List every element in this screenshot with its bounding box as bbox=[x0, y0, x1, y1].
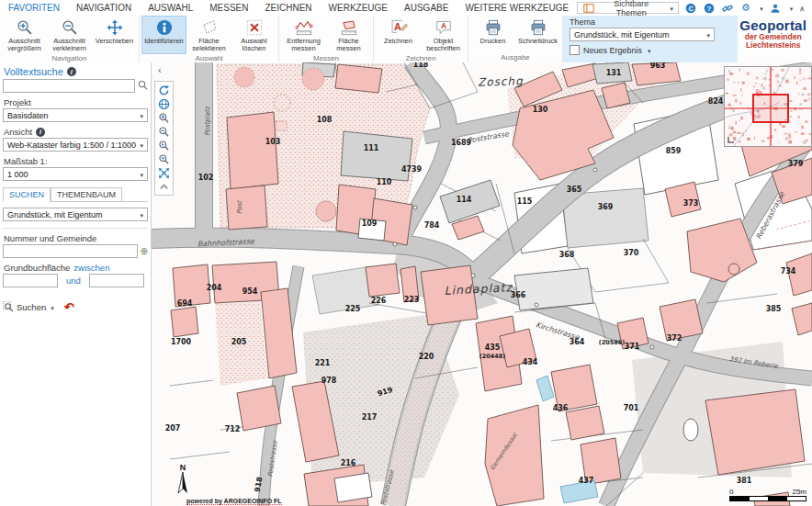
projekt-select[interactable]: Basisdaten bbox=[3, 108, 148, 122]
thema-select[interactable]: Grundstück, mit Eigentum bbox=[570, 28, 715, 41]
parcel-label: 370 bbox=[624, 249, 639, 257]
ribbon-button-label: beschriften bbox=[426, 45, 460, 52]
overview-minimap[interactable] bbox=[724, 66, 812, 147]
street-label: Postplatz bbox=[204, 106, 211, 136]
map-canvas[interactable]: ZoschgLindaplatzBahnhofstrassePostplatzP… bbox=[152, 62, 812, 506]
chevron-down-icon[interactable] bbox=[646, 46, 651, 55]
print-icon bbox=[484, 18, 502, 37]
user-icon[interactable] bbox=[770, 2, 782, 14]
parcel-label: 109 bbox=[362, 219, 378, 228]
tab-werkzeuge[interactable]: WERKZEUGE bbox=[321, 1, 396, 15]
globe-icon[interactable] bbox=[157, 97, 171, 110]
massstab-combobox[interactable]: 1 000 bbox=[3, 167, 148, 181]
north-label: N bbox=[175, 464, 191, 471]
search-theme-select[interactable]: Grundstück, mit Eigentum bbox=[3, 208, 148, 221]
north-arrow: N bbox=[175, 464, 191, 499]
header-right-controls: Sichtbare Themen C ? ⚙ bbox=[577, 2, 812, 14]
geoportal-logo: Geoportal der Gemeinden Liechtensteins bbox=[739, 18, 806, 50]
ribbon-button-label: selektieren bbox=[192, 45, 225, 52]
parcel-label: 381 bbox=[737, 477, 752, 485]
copyright-icon[interactable]: C bbox=[685, 2, 697, 14]
new-result-checkbox[interactable] bbox=[570, 45, 580, 55]
gear-icon[interactable]: ⚙ bbox=[739, 2, 751, 14]
identify-icon bbox=[155, 18, 174, 37]
collapse-sidebar-icon[interactable] bbox=[158, 65, 162, 74]
ribbon-button-label: vergrößern bbox=[7, 45, 41, 52]
massstab-label: Maßstab 1: bbox=[4, 156, 148, 166]
pick-on-map-icon[interactable]: ⊕ bbox=[141, 246, 148, 256]
flaeche-max-input[interactable] bbox=[89, 274, 144, 287]
minimap-extent-rect[interactable] bbox=[753, 95, 788, 122]
map-attribution: powered by ARGEGEOINFO FL bbox=[186, 498, 282, 505]
parcel-label: 437 bbox=[579, 477, 594, 485]
visible-themes-button[interactable]: Sichtbare Themen bbox=[577, 2, 679, 14]
info-icon[interactable]: i bbox=[67, 67, 76, 76]
ribbon-button-measure-area[interactable]: Flächemessen bbox=[326, 16, 371, 54]
collapse-ribbon-icon[interactable] bbox=[799, 3, 805, 13]
clear-selection-icon bbox=[245, 18, 264, 37]
parcel-label: 434 bbox=[523, 358, 538, 366]
gear-dropdown-icon[interactable] bbox=[758, 3, 763, 13]
parcel-label: 373 bbox=[683, 199, 699, 208]
tab-messen[interactable]: MESSEN bbox=[201, 1, 256, 15]
zoom-out-icon[interactable] bbox=[157, 125, 171, 138]
collapse-toolbar-icon[interactable] bbox=[157, 180, 171, 193]
search-theme-value: Grundstück, mit Eigentum bbox=[7, 210, 103, 219]
info-icon[interactable]: i bbox=[36, 128, 45, 137]
parcel-label: 824 bbox=[708, 97, 724, 106]
previous-extent-icon[interactable] bbox=[157, 139, 171, 152]
tab-weitere-werkzeuge[interactable]: WEITERE WERKZEUGE bbox=[457, 1, 577, 15]
parcel-label: 102 bbox=[198, 174, 214, 182]
quick-print-icon bbox=[529, 18, 547, 37]
nummer-gemeinde-label: Nummer und Gemeinde bbox=[4, 233, 148, 243]
ribbon-button-zoom-in[interactable]: Ausschnittvergrößern bbox=[2, 16, 47, 54]
tab-navigation[interactable]: NAVIGATION bbox=[68, 1, 140, 15]
ansicht-select[interactable]: Web-Kataster farbig 1:500 / 1:1000 bbox=[3, 138, 148, 152]
ribbon-button-identify[interactable]: Identifizieren bbox=[141, 16, 186, 54]
ribbon-button-clear-selection[interactable]: Auswahllöschen bbox=[231, 16, 276, 54]
draw-icon: A bbox=[389, 18, 408, 37]
refresh-icon[interactable] bbox=[157, 84, 171, 96]
tab-favoriten[interactable]: FAVORITEN bbox=[0, 1, 68, 15]
fulltext-search-input[interactable] bbox=[3, 79, 135, 93]
ribbon-button-measure-distance[interactable]: Entfernungmessen bbox=[281, 16, 326, 54]
ribbon: AusschnittvergrößernAusschnittverkleiner… bbox=[0, 16, 812, 63]
parcel-label: 365 bbox=[567, 186, 582, 194]
search-dropdown-icon[interactable] bbox=[49, 302, 54, 312]
user-dropdown-icon[interactable] bbox=[788, 3, 794, 13]
tab-ausgabe[interactable]: AUSGABE bbox=[396, 1, 457, 15]
tab-themenbaum[interactable]: THEMENBAUM bbox=[51, 187, 122, 202]
ribbon-button-print[interactable]: Drucken bbox=[470, 16, 515, 53]
cadastral-map[interactable]: ZoschgLindaplatzBahnhofstrassePostplatzP… bbox=[152, 62, 812, 506]
ribbon-button-zoom-out[interactable]: Ausschnittverkleinern bbox=[47, 16, 92, 54]
link-icon[interactable] bbox=[722, 2, 734, 14]
tab-suchen[interactable]: SUCHEN bbox=[3, 187, 51, 202]
tab-auswahl[interactable]: AUSWAHL bbox=[140, 1, 201, 15]
ribbon-button-label-object[interactable]: AObjektbeschriften bbox=[421, 16, 466, 54]
minimap-expand-icon[interactable] bbox=[728, 137, 734, 142]
ribbon-button-draw[interactable]: AZeichnen bbox=[376, 16, 421, 54]
nummer-gemeinde-input[interactable] bbox=[3, 244, 138, 258]
svg-text:A: A bbox=[440, 21, 445, 30]
parcel-label: 372 bbox=[667, 334, 682, 343]
parcel-label: 963 bbox=[650, 62, 666, 70]
tab-zeichnen[interactable]: ZEICHNEN bbox=[256, 1, 320, 15]
ribbon-button-select-area[interactable]: Flächeselektieren bbox=[186, 16, 231, 54]
ribbon-button-label: Identifizieren bbox=[144, 38, 184, 45]
search-icon[interactable] bbox=[138, 80, 148, 92]
map-toolbar bbox=[154, 81, 174, 196]
ribbon-button-quick-print[interactable]: Schnelldruck bbox=[515, 16, 560, 53]
street-label: Zoschg bbox=[478, 74, 524, 89]
ribbon-button-label: verkleinern bbox=[52, 45, 86, 52]
chevron-down-icon bbox=[138, 141, 143, 150]
search-button[interactable]: Suchen bbox=[17, 302, 46, 312]
help-icon[interactable]: ? bbox=[704, 2, 716, 14]
reset-icon[interactable] bbox=[64, 300, 74, 314]
next-extent-icon[interactable] bbox=[157, 152, 171, 165]
ribbon-button-pan[interactable]: Verschieben bbox=[92, 16, 137, 54]
flaeche-min-input[interactable] bbox=[3, 274, 58, 287]
zoom-in-icon[interactable] bbox=[157, 111, 171, 124]
parcel-label: (20586) bbox=[599, 339, 626, 346]
parcel-label: 784 bbox=[424, 221, 440, 230]
full-extent-icon[interactable] bbox=[157, 166, 171, 179]
